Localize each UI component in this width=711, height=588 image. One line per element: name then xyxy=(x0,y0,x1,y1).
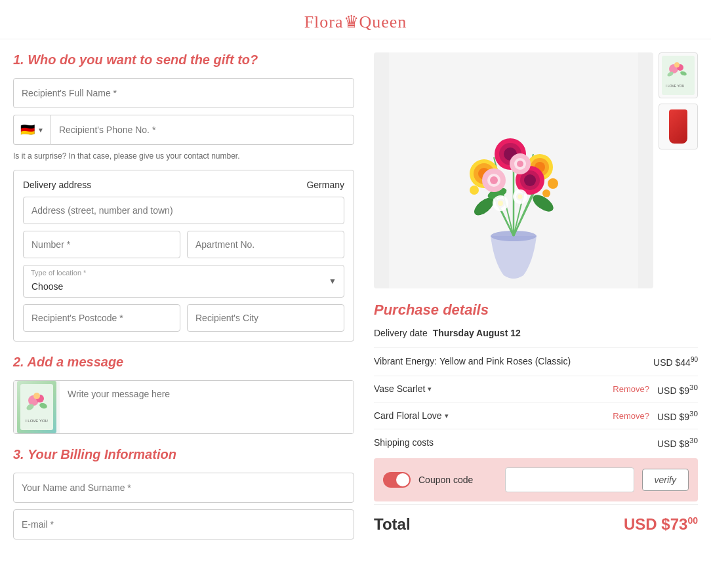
svg-point-44 xyxy=(470,186,479,195)
card-line: Card Floral Love ▾ Remove? USD $930 xyxy=(374,402,698,429)
section2-header: 2. Add a message xyxy=(13,355,354,370)
svg-rect-0 xyxy=(20,384,53,430)
svg-point-43 xyxy=(548,178,558,189)
right-column: I LOVE YOU Purchase details Delivery dat… xyxy=(374,52,698,546)
card-remove-link[interactable]: Remove? xyxy=(613,411,649,421)
section2-title: 2. Add a message xyxy=(13,355,354,370)
card-thumbnail: I LOVE YOU xyxy=(14,381,60,433)
total-row: Total USD $7300 xyxy=(374,504,698,544)
delivery-date-label: Delivery date xyxy=(374,328,428,338)
image-row: I LOVE YOU xyxy=(374,52,698,288)
postcode-city-row xyxy=(23,304,344,332)
apartment-input[interactable] xyxy=(187,231,344,258)
delivery-address-header: Delivery address Germany xyxy=(23,180,344,190)
left-column: 1. Who do you want to send the gift to? … xyxy=(13,52,354,546)
address-street-input[interactable] xyxy=(23,197,344,224)
vase-price: USD $930 xyxy=(657,383,698,396)
thumbnail-card[interactable]: I LOVE YOU xyxy=(659,52,698,98)
svg-text:I LOVE YOU: I LOVE YOU xyxy=(666,84,685,88)
verify-button[interactable]: verify xyxy=(642,469,689,491)
section3-title: 3. Your Billing Information xyxy=(13,447,354,462)
vase-chevron-icon[interactable]: ▾ xyxy=(428,385,432,393)
phone-row: 🇩🇪 ▼ xyxy=(13,115,354,145)
svg-point-39 xyxy=(498,201,503,206)
phone-input[interactable] xyxy=(51,115,354,145)
svg-text:I LOVE YOU: I LOVE YOU xyxy=(26,419,48,423)
card-chevron-icon[interactable]: ▾ xyxy=(445,412,449,420)
svg-point-33 xyxy=(490,176,498,184)
vase-remove-link[interactable]: Remove? xyxy=(613,384,649,394)
product-name: Vibrant Energy: Yellow and Pink Roses (C… xyxy=(374,356,653,366)
svg-point-49 xyxy=(674,62,680,68)
coupon-label: Coupon code xyxy=(418,475,497,485)
section1-title: 1. Who do you want to send the gift to? xyxy=(13,52,354,68)
thumbnails: I LOVE YOU xyxy=(659,52,698,149)
delivery-date-row: Delivery date Thursday August 12 xyxy=(374,328,698,338)
recipient-name-input[interactable] xyxy=(13,78,354,108)
vase-right: Remove? USD $930 xyxy=(613,383,698,396)
total-price: USD $7300 xyxy=(624,515,698,534)
delivery-address-box: Delivery address Germany Type of locatio… xyxy=(13,170,354,342)
card-thumb-inner: I LOVE YOU xyxy=(17,381,56,433)
svg-rect-46 xyxy=(662,56,695,95)
delivery-date-value: Thursday August 12 xyxy=(433,328,521,338)
site-header: Flora♛Queen xyxy=(0,0,711,39)
product-image xyxy=(374,52,653,288)
flag-chevron-icon: ▼ xyxy=(37,127,44,134)
country-label: Germany xyxy=(306,180,344,190)
thumbnail-vase[interactable] xyxy=(659,104,698,149)
thumb-card-svg: I LOVE YOU xyxy=(662,56,695,95)
flower-svg xyxy=(374,52,653,288)
svg-point-36 xyxy=(517,161,523,167)
vase-line: Vase Scarlet ▾ Remove? USD $930 xyxy=(374,376,698,402)
product-price: USD $4490 xyxy=(653,356,698,368)
message-area-wrapper: I LOVE YOU xyxy=(13,380,354,434)
message-textarea[interactable] xyxy=(60,381,354,433)
card-price: USD $930 xyxy=(657,409,698,422)
vase-name-wrapper: Vase Scarlet ▾ xyxy=(374,383,432,394)
number-input[interactable] xyxy=(23,231,180,258)
coupon-input[interactable] xyxy=(505,467,634,492)
shipping-label: Shipping costs xyxy=(374,437,434,448)
card-label: Card Floral Love xyxy=(374,410,442,421)
location-type-label: Type of location * xyxy=(31,269,86,277)
logo: Flora♛Queen xyxy=(0,12,711,32)
vase-shape xyxy=(669,109,687,144)
location-type-wrapper: Type of location * Choose House Apartmen… xyxy=(23,265,344,298)
svg-point-3 xyxy=(33,393,40,399)
total-label: Total xyxy=(374,515,411,534)
card-name-wrapper: Card Floral Love ▾ xyxy=(374,410,449,421)
shipping-price: USD $830 xyxy=(657,436,698,449)
email-input[interactable] xyxy=(13,509,354,539)
svg-point-45 xyxy=(542,189,550,197)
product-line: Vibrant Energy: Yellow and Pink Roses (C… xyxy=(374,347,698,376)
billing-name-input[interactable] xyxy=(13,473,354,503)
card-thumb-svg: I LOVE YOU xyxy=(20,384,53,430)
svg-point-42 xyxy=(518,195,523,199)
card-right: Remove? USD $930 xyxy=(613,409,698,422)
coupon-box: Coupon code verify xyxy=(374,458,698,501)
flag-icon: 🇩🇪 xyxy=(20,123,35,137)
section3-header: 3. Your Billing Information xyxy=(13,447,354,462)
purchase-details: Purchase details Delivery date Thursday … xyxy=(374,302,698,544)
delivery-address-label: Delivery address xyxy=(23,180,91,190)
flag-select[interactable]: 🇩🇪 ▼ xyxy=(13,115,51,145)
vase-label: Vase Scarlet xyxy=(374,383,425,394)
city-input[interactable] xyxy=(187,304,344,332)
number-apartment-row xyxy=(23,231,344,258)
svg-point-30 xyxy=(524,174,536,186)
purchase-title: Purchase details xyxy=(374,302,698,319)
postcode-input[interactable] xyxy=(23,304,180,332)
coupon-toggle[interactable] xyxy=(383,472,411,488)
toggle-knob xyxy=(396,473,409,486)
surprise-text: Is it a surprise? In that case, please g… xyxy=(13,151,354,161)
shipping-line: Shipping costs USD $830 xyxy=(374,429,698,456)
